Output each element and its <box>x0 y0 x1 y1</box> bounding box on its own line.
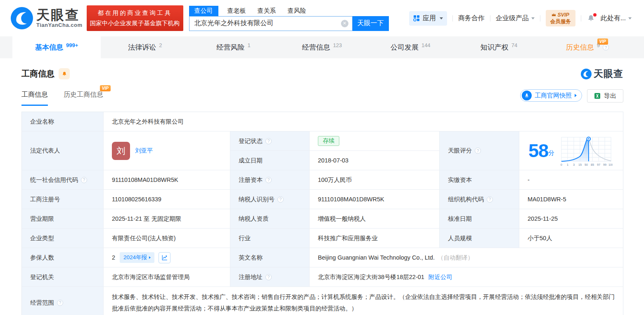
svip-label: SVIP <box>557 12 569 18</box>
subtab-business-info[interactable]: 工商信息 <box>21 91 48 106</box>
divider <box>490 15 490 21</box>
help-icon[interactable] <box>475 148 481 154</box>
nav-cooperation[interactable]: 商务合作 <box>458 14 485 23</box>
notification-bell[interactable] <box>587 14 595 23</box>
tab-count: 74 <box>511 42 517 48</box>
apps-menu[interactable]: 应用 <box>409 11 447 26</box>
nearby-companies-link[interactable]: 附近公司 <box>429 273 452 281</box>
help-icon[interactable] <box>81 177 87 183</box>
nav-enterprise[interactable]: 企业级产品 <box>496 14 535 23</box>
search-row: 天眼一下 <box>189 16 389 31</box>
help-icon[interactable] <box>277 196 284 203</box>
tab-count: 2 <box>159 42 162 48</box>
watermark-text: 天眼查 <box>594 67 623 80</box>
tab-company-development[interactable]: 公司发展 144 <box>366 36 455 58</box>
tab-count: 123 <box>333 42 342 48</box>
search-tab-boss[interactable]: 查老板 <box>225 6 249 16</box>
brand-domain: TianYanCha.com <box>36 22 83 28</box>
svg-text:99: 99 <box>603 162 606 166</box>
help-icon[interactable] <box>265 138 272 144</box>
search-button[interactable]: 天眼一下 <box>353 16 389 31</box>
help-icon[interactable] <box>487 196 493 203</box>
auto-translate-note: （自动翻译） <box>438 254 474 262</box>
vip-badge: VIP <box>100 85 111 91</box>
crown-icon <box>552 13 556 17</box>
tab-count: 144 <box>421 42 431 48</box>
field-score-value: 58 分 0 1 <box>519 131 623 170</box>
brand-name: 天眼查 <box>36 8 83 22</box>
svg-text:0: 0 <box>561 162 562 166</box>
clear-icon[interactable] <box>341 20 348 27</box>
chevron-down-icon <box>531 17 535 19</box>
subtab-history-business-info[interactable]: VIP 历史工商信息 <box>64 91 103 106</box>
tab-label: 法律诉讼 <box>128 43 156 52</box>
field-paid-capital-value: - <box>519 170 623 190</box>
legal-rep-link[interactable]: 刘亚平 <box>135 147 153 155</box>
help-icon[interactable] <box>265 274 272 280</box>
avatar[interactable]: 刘 <box>112 142 130 160</box>
field-taxpayer-id-value: 91110108MA01D8WR5K <box>310 190 440 209</box>
svg-text:100: 100 <box>608 162 613 166</box>
tab-history-info[interactable]: VIP 历史信息 9 <box>543 36 632 58</box>
header-nav: 应用 商务合作 企业级产品 SVIP 会员服务 <box>409 10 632 27</box>
subtab-label: 历史工商信息 <box>64 91 103 98</box>
tab-label: 经营信息 <box>302 43 330 52</box>
field-company-type-value: 有限责任公司(法人独资) <box>104 229 230 248</box>
export-label: 导出 <box>604 92 616 100</box>
field-reg-status-value: 存续 <box>310 131 440 151</box>
nav-enterprise-label: 企业级产品 <box>496 14 529 23</box>
promo-banner: 都在用的商业查询工具 国家中小企业发展子基金旗下机构 <box>87 5 183 31</box>
search-tab-risk[interactable]: 查风险 <box>285 6 309 16</box>
official-snapshot-button[interactable]: 工商官网快照 <box>520 89 582 102</box>
tab-legal[interactable]: 法律诉讼 2 <box>101 36 189 58</box>
field-taxpayer-quality-value: 增值税一般纳税人 <box>310 209 440 229</box>
tab-label: 知识产权 <box>481 43 509 52</box>
notification-dot <box>593 13 597 17</box>
grid-icon <box>413 15 420 21</box>
field-reg-address-value: 北京市海淀区海淀大街38号楼18层22-01 附近公司 <box>310 267 623 287</box>
subscribe-bell-button[interactable] <box>59 68 70 79</box>
logo-text: 天眼查 TianYanCha.com <box>36 8 83 29</box>
search-tab-relation[interactable]: 查关系 <box>255 6 279 16</box>
help-icon[interactable] <box>57 300 63 306</box>
tab-label: 经营风险 <box>217 43 245 52</box>
svip-member-badge[interactable]: SVIP 会员服务 <box>546 10 575 27</box>
tab-basic-info[interactable]: 基本信息 999+ <box>12 36 101 58</box>
field-industry-label: 行业 <box>230 229 310 248</box>
search-tab-company[interactable]: 查公司 <box>189 6 218 16</box>
svg-text:97: 97 <box>597 162 600 166</box>
insured-count: 2 <box>112 254 115 261</box>
field-english-name-label: 英文名称 <box>230 248 310 267</box>
score-number: 58 <box>528 141 548 160</box>
tab-label: 基本信息 <box>35 43 63 52</box>
field-reg-capital-label: 注册资本 <box>230 170 310 190</box>
tab-operation-risk[interactable]: 经营风险 1 <box>189 36 278 58</box>
apps-label: 应用 <box>423 14 436 23</box>
tianyancha-logo-icon <box>581 69 592 79</box>
export-button[interactable]: 导出 <box>587 89 623 103</box>
snapshot-label: 工商官网快照 <box>535 92 572 100</box>
score-unit: 分 <box>548 149 554 157</box>
tab-label: 公司发展 <box>391 43 419 52</box>
field-legal-rep-value: 刘 刘亚平 <box>104 131 230 170</box>
svg-text:15: 15 <box>578 162 582 166</box>
annual-report-badge[interactable]: 2024年报 <box>120 252 154 263</box>
field-credit-code-label: 统一社会信用代码 <box>22 170 104 190</box>
search-input[interactable] <box>189 16 353 31</box>
field-company-name-label: 企业名称 <box>22 112 104 131</box>
field-insured-value: 2 2024年报 <box>104 248 230 267</box>
stamp-icon <box>522 91 532 100</box>
chevron-down-icon <box>440 17 443 19</box>
divider <box>581 15 581 21</box>
trend-chart-button[interactable] <box>159 252 170 263</box>
field-industry-value: 科技推广和应用服务业 <box>310 229 440 248</box>
tab-label: 历史信息 <box>566 43 594 52</box>
help-icon[interactable] <box>603 44 609 50</box>
tianyancha-logo[interactable]: 天眼查 TianYanCha.com <box>11 7 83 29</box>
field-business-term-value: 2025-11-21 至 无固定期限 <box>104 209 230 229</box>
help-icon[interactable] <box>265 177 272 183</box>
tab-operation-info[interactable]: 经营信息 123 <box>278 36 366 58</box>
user-menu[interactable]: 此处有... <box>601 14 632 23</box>
tab-intellectual-property[interactable]: 知识产权 74 <box>455 36 543 58</box>
field-reg-capital-value: 100万人民币 <box>310 170 440 190</box>
